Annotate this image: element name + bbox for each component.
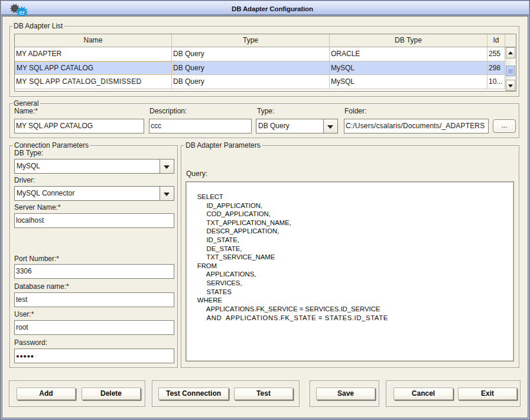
svg-text:er: er bbox=[19, 9, 25, 16]
